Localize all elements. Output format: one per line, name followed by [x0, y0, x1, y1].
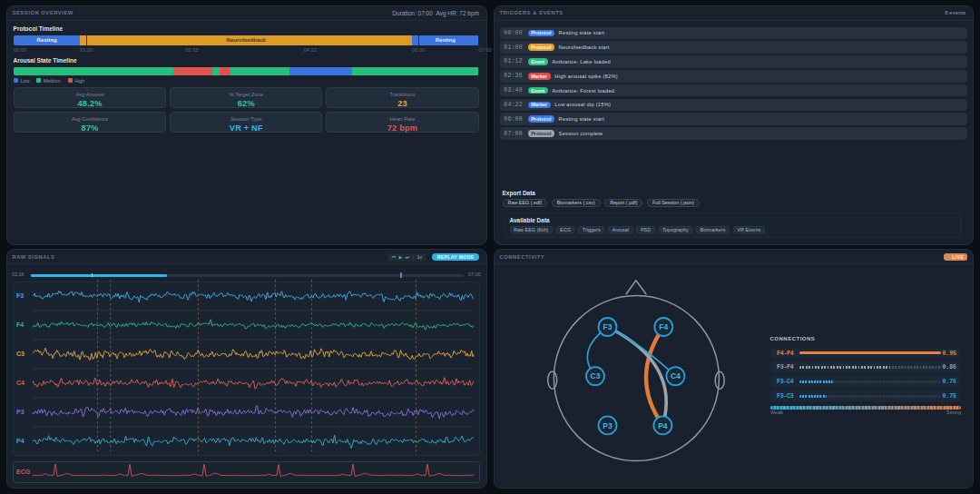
svg-text:F3: F3 [603, 322, 612, 331]
svg-text:P4: P4 [658, 420, 668, 430]
svg-text:C3: C3 [591, 371, 601, 380]
svg-text:P3: P3 [603, 420, 612, 430]
svg-text:F4: F4 [659, 322, 668, 331]
svg-text:C4: C4 [671, 371, 681, 380]
